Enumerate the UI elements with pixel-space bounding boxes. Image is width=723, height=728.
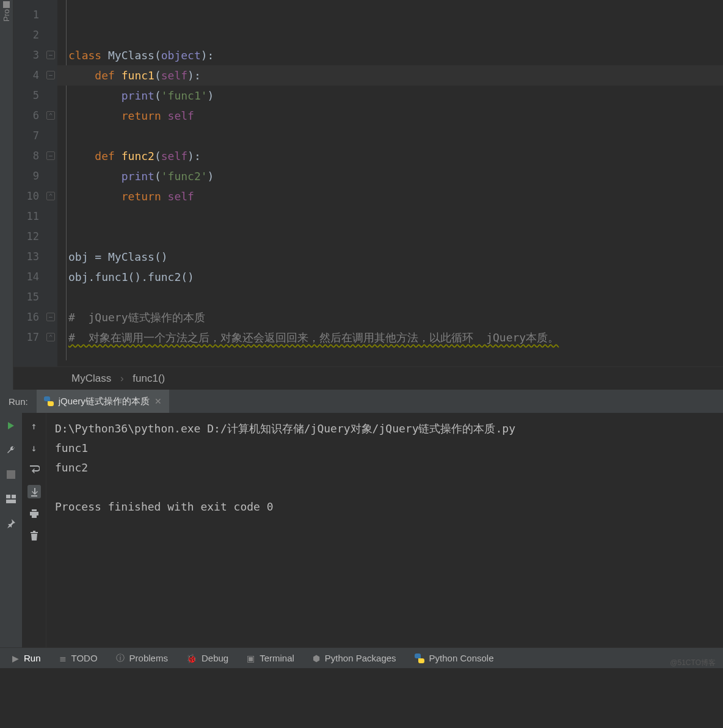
todo-tab-button[interactable]: ≣TODO — [59, 653, 98, 663]
code-line[interactable]: return self — [68, 106, 194, 126]
scroll-to-end-icon[interactable] — [27, 485, 41, 498]
up-arrow-icon[interactable]: ↑ — [27, 419, 41, 432]
code-line[interactable]: obj.func1().func2() — [68, 267, 194, 287]
line-number: 11 — [21, 206, 39, 227]
terminal-icon: ▣ — [247, 653, 255, 663]
code-line[interactable]: obj = MyClass() — [68, 247, 168, 267]
gutter: 123−4−56⌃78−910⌃111213141516−17⌃ — [13, 0, 57, 366]
console-output[interactable]: D:\Python36\python.exe D:/计算机知识存储/jQuery… — [55, 419, 717, 517]
line-number: 6 — [21, 106, 39, 126]
code-line[interactable]: class MyClass(object): — [68, 45, 214, 65]
stop-button[interactable] — [4, 468, 18, 481]
breadcrumb-bar: MyClass › func1() — [13, 366, 723, 390]
svg-rect-3 — [6, 500, 16, 503]
code-line[interactable]: def func1(self): — [68, 65, 201, 86]
fold-icon[interactable]: − — [46, 151, 55, 160]
fold-icon[interactable]: − — [46, 51, 55, 59]
svg-rect-4 — [31, 495, 37, 497]
code-editor[interactable]: 123−4−56⌃78−910⌃111213141516−17⌃ class M… — [13, 0, 723, 366]
breadcrumb-separator: › — [120, 373, 124, 384]
indent-guide — [66, 0, 67, 360]
packages-icon: ⬢ — [313, 653, 320, 663]
code-line[interactable]: print('func1') — [68, 86, 214, 106]
python-icon — [44, 396, 54, 406]
svg-rect-2 — [12, 495, 16, 498]
line-number: 16 — [21, 307, 39, 327]
run-toolbar-primary — [0, 413, 22, 647]
code-line[interactable]: return self — [68, 186, 194, 206]
console-tab-button[interactable]: Python Console — [415, 653, 494, 663]
svg-rect-0 — [7, 470, 15, 479]
svg-rect-1 — [6, 495, 10, 498]
fold-icon[interactable]: − — [46, 313, 55, 321]
line-number: 15 — [21, 287, 39, 307]
layout-icon[interactable] — [4, 492, 18, 506]
run-tab-button[interactable]: ▶Run — [12, 653, 41, 663]
fold-icon[interactable]: − — [46, 71, 55, 79]
tool-window-marker — [3, 1, 10, 8]
run-tab-title: jQuery链式操作的本质 — [59, 396, 150, 407]
terminal-tab-button[interactable]: ▣Terminal — [247, 653, 294, 663]
line-number: 1 — [21, 5, 39, 25]
pin-icon[interactable] — [4, 517, 18, 530]
packages-tab-button[interactable]: ⬢Python Packages — [313, 653, 396, 663]
debug-tab-button[interactable]: 🐞Debug — [186, 653, 228, 663]
svg-rect-9 — [33, 531, 35, 532]
line-number: 2 — [21, 25, 39, 45]
trash-icon[interactable] — [27, 529, 41, 542]
line-number: 10 — [21, 186, 39, 206]
line-number: 9 — [21, 166, 39, 186]
close-icon[interactable]: ✕ — [154, 396, 162, 406]
bottom-tool-bar: ▶Run ≣TODO ⓘProblems 🐞Debug ▣Terminal ⬢P… — [0, 647, 723, 668]
code-line[interactable]: print('func2') — [68, 166, 214, 186]
code-line[interactable]: # jQuery链式操作的本质 — [68, 307, 205, 327]
line-number: 7 — [21, 126, 39, 146]
svg-rect-5 — [32, 509, 37, 511]
line-number: 4 — [21, 65, 39, 86]
run-tab[interactable]: jQuery链式操作的本质 ✕ — [37, 390, 169, 413]
line-number: 17 — [21, 327, 39, 348]
code-line[interactable]: # 对象在调用一个方法之后，对象还会返回回来，然后在调用其他方法，以此循环 jQ… — [68, 327, 559, 348]
line-number: 8 — [21, 146, 39, 166]
watermark: @51CTO博客 — [670, 658, 716, 668]
line-number: 3 — [21, 45, 39, 65]
wrench-icon[interactable] — [4, 443, 18, 457]
fold-icon[interactable]: ⌃ — [46, 192, 55, 200]
project-tool-tab[interactable]: Pro — [2, 9, 11, 21]
rerun-button[interactable] — [4, 419, 18, 432]
breadcrumb-func[interactable]: func1() — [133, 373, 165, 384]
run-header: Run: jQuery链式操作的本质 ✕ — [0, 390, 723, 413]
fold-icon[interactable]: ⌃ — [46, 111, 55, 120]
breadcrumb-class[interactable]: MyClass — [71, 373, 111, 384]
info-icon: ⓘ — [116, 653, 125, 664]
bug-icon: 🐞 — [186, 653, 197, 663]
line-number: 14 — [21, 267, 39, 287]
run-label: Run: — [0, 396, 37, 407]
print-icon[interactable] — [27, 507, 41, 520]
line-number: 5 — [21, 86, 39, 106]
line-number: 13 — [21, 247, 39, 267]
fold-icon[interactable]: ⌃ — [46, 333, 55, 341]
list-icon: ≣ — [59, 653, 67, 663]
down-arrow-icon[interactable]: ↓ — [27, 441, 41, 454]
python-icon — [415, 653, 424, 663]
soft-wrap-icon[interactable] — [27, 463, 41, 476]
problems-tab-button[interactable]: ⓘProblems — [116, 653, 168, 664]
code-line[interactable]: def func2(self): — [68, 146, 201, 166]
code-area[interactable]: class MyClass(object): def func1(self): … — [57, 0, 723, 366]
line-number: 12 — [21, 227, 39, 247]
run-tool-window: Run: jQuery链式操作的本质 ✕ ↑ — [0, 390, 723, 647]
svg-rect-8 — [31, 532, 38, 533]
svg-rect-7 — [32, 515, 37, 518]
run-toolbar-secondary: ↑ ↓ — [22, 413, 46, 647]
play-icon: ▶ — [12, 653, 19, 663]
